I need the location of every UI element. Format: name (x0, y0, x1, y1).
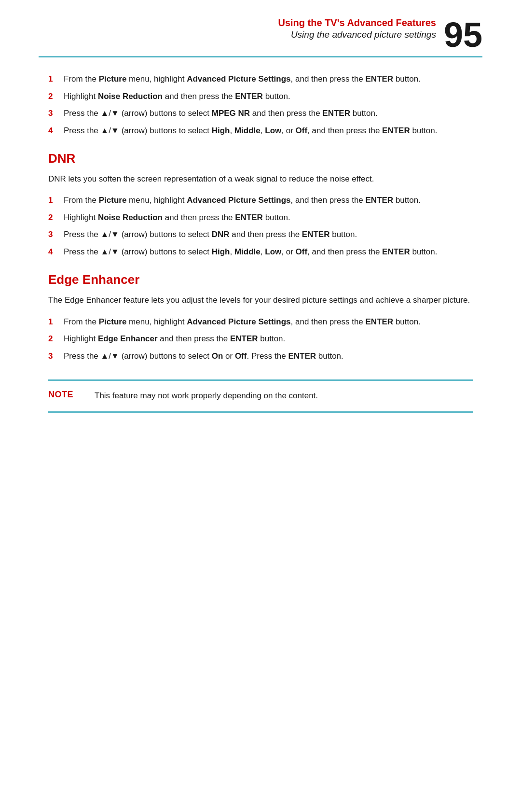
list-item: 3 Press the ▲/▼ (arrow) buttons to selec… (48, 228, 473, 241)
step-number: 3 (48, 350, 64, 363)
page-number: 95 (444, 17, 482, 52)
page: Using the TV's Advanced Features Using t… (0, 0, 521, 812)
edge-enhancer-heading: Edge Enhancer (48, 272, 473, 287)
step-text: Highlight Edge Enhancer and then press t… (64, 333, 473, 345)
list-item: 1 From the Picture menu, highlight Advan… (48, 73, 473, 85)
edge-enhancer-description: The Edge Enhancer feature lets you adjus… (48, 294, 473, 307)
list-item: 4 Press the ▲/▼ (arrow) buttons to selec… (48, 125, 473, 137)
mpeg-nr-steps: 1 From the Picture menu, highlight Advan… (48, 73, 473, 137)
note-label: NOTE (48, 390, 87, 400)
main-content: 1 From the Picture menu, highlight Advan… (39, 73, 482, 413)
step-text: From the Picture menu, highlight Advance… (64, 316, 473, 328)
header-subtitle: Using the advanced picture settings (291, 29, 436, 40)
list-item: 4 Press the ▲/▼ (arrow) buttons to selec… (48, 246, 473, 258)
list-item: 1 From the Picture menu, highlight Advan… (48, 194, 473, 207)
step-text: Press the ▲/▼ (arrow) buttons to select … (64, 246, 473, 258)
list-item: 2 Highlight Edge Enhancer and then press… (48, 333, 473, 345)
step-number: 4 (48, 125, 64, 137)
step-number: 2 (48, 211, 64, 224)
edge-enhancer-steps: 1 From the Picture menu, highlight Advan… (48, 316, 473, 363)
step-number: 1 (48, 194, 64, 207)
step-text: From the Picture menu, highlight Advance… (64, 73, 473, 85)
step-number: 2 (48, 333, 64, 345)
header-text: Using the TV's Advanced Features Using t… (237, 17, 436, 40)
note-box: NOTE This feature may not work properly … (48, 379, 473, 412)
step-text: Press the ▲/▼ (arrow) buttons to select … (64, 107, 473, 120)
list-item: 3 Press the ▲/▼ (arrow) buttons to selec… (48, 350, 473, 363)
page-header: Using the TV's Advanced Features Using t… (39, 0, 482, 57)
step-number: 2 (48, 90, 64, 103)
dnr-heading: DNR (48, 151, 473, 166)
step-text: Press the ▲/▼ (arrow) buttons to select … (64, 125, 473, 137)
step-text: Press the ▲/▼ (arrow) buttons to select … (64, 350, 473, 363)
dnr-description: DNR lets you soften the screen represent… (48, 173, 473, 185)
step-text: Press the ▲/▼ (arrow) buttons to select … (64, 228, 473, 241)
step-text: Highlight Noise Reduction and then press… (64, 90, 473, 103)
list-item: 3 Press the ▲/▼ (arrow) buttons to selec… (48, 107, 473, 120)
step-text: From the Picture menu, highlight Advance… (64, 194, 473, 207)
list-item: 2 Highlight Noise Reduction and then pre… (48, 211, 473, 224)
list-item: 1 From the Picture menu, highlight Advan… (48, 316, 473, 328)
list-item: 2 Highlight Noise Reduction and then pre… (48, 90, 473, 103)
step-number: 1 (48, 73, 64, 85)
dnr-section: DNR DNR lets you soften the screen repre… (48, 151, 473, 258)
step-number: 1 (48, 316, 64, 328)
dnr-steps: 1 From the Picture menu, highlight Advan… (48, 194, 473, 258)
note-text: This feature may not work properly depen… (95, 390, 318, 402)
step-number: 3 (48, 228, 64, 241)
header-title: Using the TV's Advanced Features (278, 17, 436, 28)
step-number: 4 (48, 246, 64, 258)
step-text: Highlight Noise Reduction and then press… (64, 211, 473, 224)
step-number: 3 (48, 107, 64, 120)
edge-enhancer-section: Edge Enhancer The Edge Enhancer feature … (48, 272, 473, 362)
